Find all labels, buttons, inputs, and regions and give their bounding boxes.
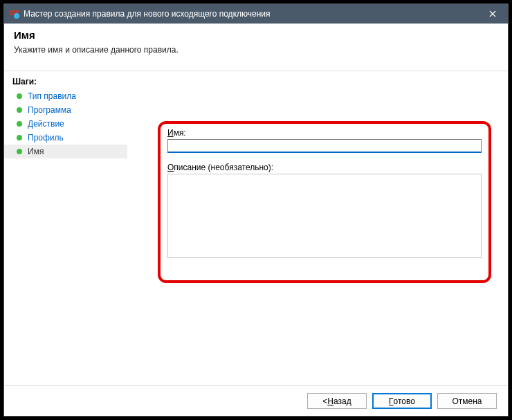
description-label: Описание (необязательно): [167, 163, 482, 172]
step-rule-type[interactable]: Тип правила [4, 89, 127, 103]
back-button[interactable]: < Назад [307, 393, 367, 409]
page-title: Имя [14, 29, 498, 41]
bullet-icon [17, 121, 22, 127]
svg-rect-3 [10, 13, 13, 15]
steps-sidebar: Шаги: Тип правила Программа Действие Про… [4, 71, 127, 385]
step-label: Программа [28, 105, 71, 115]
description-input[interactable] [167, 174, 482, 258]
step-profile[interactable]: Профиль [4, 131, 127, 145]
wizard-header: Имя Укажите имя и описание данного прави… [4, 24, 508, 62]
bullet-icon [17, 149, 22, 154]
firewall-icon [8, 8, 19, 19]
steps-heading: Шаги: [4, 75, 127, 89]
name-input[interactable] [167, 139, 482, 153]
finish-button[interactable]: Готово [372, 393, 432, 409]
step-program[interactable]: Программа [4, 103, 127, 117]
wizard-window: Мастер создания правила для нового исход… [3, 3, 509, 417]
svg-rect-1 [12, 10, 15, 12]
main-panel: Имя: Описание (необязательно): [127, 71, 508, 385]
titlebar: Мастер создания правила для нового исход… [4, 4, 508, 24]
name-label: Имя: [167, 128, 482, 138]
step-name[interactable]: Имя [4, 145, 127, 158]
step-label: Действие [28, 119, 64, 129]
wizard-footer: < Назад Готово Отмена [4, 385, 508, 416]
step-label: Тип правила [28, 91, 76, 101]
form-area: Имя: Описание (необязательно): [167, 128, 482, 260]
close-button[interactable] [477, 4, 508, 24]
wizard-body: Шаги: Тип правила Программа Действие Про… [4, 71, 508, 385]
svg-rect-0 [9, 10, 12, 12]
cancel-button[interactable]: Отмена [437, 393, 497, 409]
step-label: Имя [28, 147, 44, 156]
step-label: Профиль [28, 133, 64, 143]
step-action[interactable]: Действие [4, 117, 127, 131]
bullet-icon [17, 135, 22, 140]
window-title: Мастер создания правила для нового исход… [24, 9, 477, 19]
bullet-icon [17, 93, 22, 99]
bullet-icon [17, 107, 22, 113]
svg-point-5 [14, 13, 19, 19]
svg-rect-2 [16, 10, 19, 12]
page-description: Укажите имя и описание данного правила. [14, 45, 498, 55]
